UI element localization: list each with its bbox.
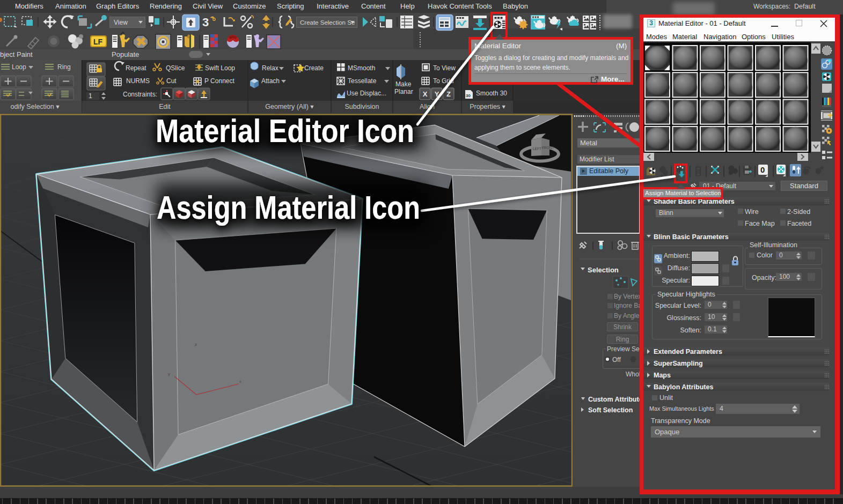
svg-text:3: 3 (202, 16, 209, 29)
svg-text:X: X (423, 90, 428, 98)
svg-text:Z: Z (446, 90, 451, 98)
svg-text:x: x (239, 379, 241, 384)
svg-text:LF: LF (93, 38, 103, 46)
svg-text:y: y (168, 372, 170, 376)
svg-text:1: 1 (89, 92, 92, 100)
svg-text:z: z (195, 342, 197, 347)
svg-text:Y: Y (435, 90, 439, 98)
svg-text:LEFT: LEFT (533, 147, 541, 151)
svg-text:30: 30 (466, 93, 471, 98)
svg-text:0: 0 (760, 165, 765, 174)
